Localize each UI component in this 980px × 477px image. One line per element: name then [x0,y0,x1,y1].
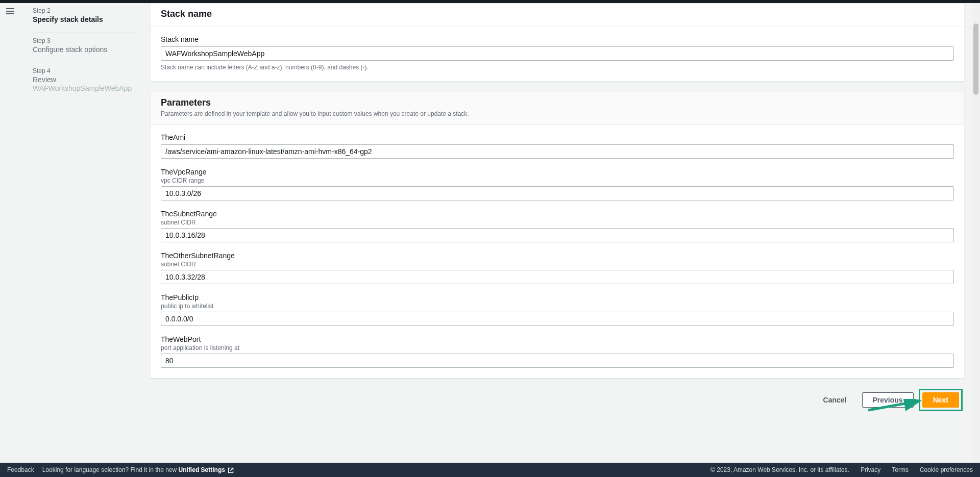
step-label: Step 3 [33,37,138,44]
cancel-button[interactable]: Cancel [813,393,857,407]
param-input-thepublicip[interactable] [161,312,954,326]
previous-button[interactable]: Previous [862,392,914,408]
param-label: TheAmi [161,133,954,141]
param-thewebport: TheWebPort port application is listening… [161,335,954,368]
param-label: TheWebPort [161,335,954,343]
menu-toggle-icon[interactable] [6,8,14,14]
step-title: Specify stack details [33,15,138,23]
wizard-buttons: Cancel Previous Next [150,389,965,411]
param-sub: subnet CIDR [161,219,954,226]
next-button[interactable]: Next [922,392,959,408]
param-sub: subnet CIDR [161,261,954,268]
step-label: Step 2 [33,7,138,14]
step-label: Step 4 [33,67,138,74]
param-label: TheSubnetRange [161,210,954,218]
step-subtitle: WAFWorkshopSampleWebApp [33,84,138,94]
scrollbar-thumb[interactable] [973,23,978,95]
param-theothersubnetrange: TheOtherSubnetRange subnet CIDR [161,252,954,284]
step-title: Configure stack options [33,45,138,54]
param-label: TheOtherSubnetRange [161,252,954,260]
param-thepublicip: ThePublicIp public ip to whitelist [161,293,954,326]
param-sub: port application is listening at [161,344,954,352]
param-sub: public ip to whitelist [161,303,954,310]
parameters-panel: Parameters Parameters are defined in you… [150,92,965,379]
param-label: ThePublicIp [161,293,954,302]
wizard-sidebar: Step 2 Specify stack details Step 3 Conf… [20,3,150,463]
next-button-highlight: Next [919,389,963,411]
vertical-scrollbar[interactable] [972,3,980,463]
stack-name-help: Stack name can include letters (A-Z and … [161,64,954,71]
param-sub: vpc CIDR range [161,177,954,184]
wizard-step-2[interactable]: Step 2 Specify stack details [33,3,138,33]
wizard-step-3[interactable]: Step 3 Configure stack options [33,33,138,63]
param-thesubnetrange: TheSubnetRange subnet CIDR [161,210,954,242]
param-label: TheVpcRange [161,168,954,176]
param-input-thesubnetrange[interactable] [161,228,954,242]
param-input-thevpcrange[interactable] [161,186,954,200]
param-input-theami[interactable] [161,144,954,159]
parameters-heading: Parameters [161,97,954,108]
param-input-thewebport[interactable] [161,354,954,368]
param-input-theothersubnetrange[interactable] [161,270,954,284]
stack-name-panel: Stack name Stack name Stack name can inc… [150,3,965,82]
stack-name-label: Stack name [161,35,954,43]
stack-name-input[interactable] [161,46,954,61]
param-theami: TheAmi [161,133,954,159]
parameters-desc: Parameters are defined in your template … [161,110,954,117]
stack-name-heading: Stack name [161,9,954,19]
step-title: Review [33,76,138,84]
wizard-step-4[interactable]: Step 4 Review WAFWorkshopSampleWebApp [33,63,138,103]
param-thevpcrange: TheVpcRange vpc CIDR range [161,168,954,200]
